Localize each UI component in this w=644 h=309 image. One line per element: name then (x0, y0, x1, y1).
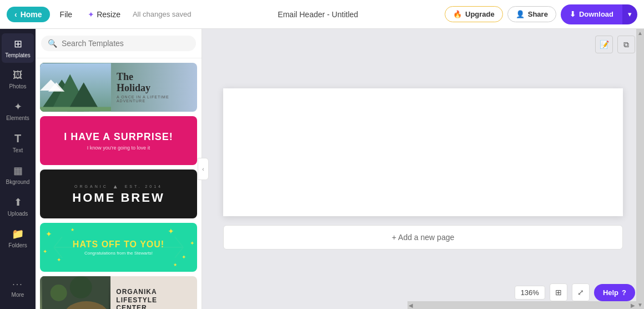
template-card-hatsoff[interactable]: ✦ ✦ ★ ✦ ✦ ✦ ★ ✦ (40, 223, 197, 272)
organika-text: ORGANIKALIFESTYLECENTER (110, 283, 163, 309)
file-menu[interactable]: File (54, 7, 78, 22)
holiday-image (40, 63, 111, 112)
holiday-text: TheHoliday A ONCE IN A LIFETIME ADVENTUR… (111, 67, 197, 107)
sidebar-item-uploads[interactable]: ⬆ Uploads (2, 192, 34, 221)
sidebar-label-photos: Photos (9, 83, 26, 89)
scrollbar-bottom[interactable]: ◀ ▶ (407, 301, 636, 309)
canvas-page (223, 88, 623, 216)
svg-line-16 (54, 237, 62, 247)
sidebar-label-more: More (12, 292, 24, 298)
svg-text:✦: ✦ (190, 240, 194, 246)
organika-title: ORGANIKALIFESTYLECENTER (116, 288, 157, 309)
homebrew-top: ORGANIC ▲ EST. 2014 (74, 183, 163, 190)
add-page-button[interactable]: + Add a new page (223, 225, 623, 250)
download-icon: ⬇ (570, 10, 576, 18)
help-button[interactable]: Help ? (594, 284, 635, 301)
template-card-surprise[interactable]: I HAVE A SURPRISE! I know you're going t… (40, 116, 197, 165)
sidebar-item-photos[interactable]: 🖼 Photos (2, 65, 34, 94)
template-card-homebrew[interactable]: ORGANIC ▲ EST. 2014 HOME BREW (40, 170, 197, 218)
save-status: All changes saved (133, 10, 192, 18)
hatsoff-subtitle: Congratulations from the Stewarts! (84, 251, 153, 256)
svg-text:✦: ✦ (168, 227, 174, 236)
svg-line-17 (54, 247, 62, 258)
chevron-left-icon: ‹ (14, 10, 17, 19)
notes-tool-button[interactable]: 📝 (595, 36, 613, 53)
search-input[interactable] (62, 39, 189, 48)
zoom-level[interactable]: 136% (515, 286, 545, 300)
sidebar-item-templates[interactable]: ⊞ Templates (2, 33, 34, 63)
help-icon: ? (622, 288, 626, 297)
sidebar-item-folders[interactable]: 📁 Folders (2, 223, 34, 253)
template-panel: 🔍 (36, 29, 202, 309)
template-card-holiday[interactable]: TheHoliday A ONCE IN A LIFETIME ADVENTUR… (40, 63, 197, 112)
sidebar-label-background: Bkground (6, 179, 30, 185)
crown-icon: 🔥 (453, 10, 462, 18)
svg-text:★: ★ (173, 262, 177, 267)
svg-text:✦: ✦ (46, 230, 52, 238)
search-icon: 🔍 (48, 39, 57, 48)
scrollbar-right[interactable]: ▲ ▼ (636, 29, 644, 309)
template-card-organika[interactable]: ORGANIKALIFESTYLECENTER (40, 276, 197, 309)
resize-button[interactable]: ✦ Resize (82, 7, 126, 22)
svg-text:✦: ✦ (57, 257, 61, 263)
share-icon: 👤 (516, 10, 525, 18)
svg-line-19 (175, 237, 183, 247)
sidebar-item-elements[interactable]: ✦ Elements (2, 96, 34, 126)
canvas-area: 📝 ⧉ + Add a new page 136% ⊞ ⤢ Help ? (202, 29, 644, 309)
text-icon: T (14, 132, 21, 145)
download-group: ⬇ Download ▾ (561, 4, 637, 24)
folders-icon: 📁 (12, 228, 24, 240)
fullscreen-button[interactable]: ⤢ (572, 283, 590, 301)
search-input-wrap[interactable]: 🔍 (41, 36, 196, 51)
grid-icon: ⊞ (555, 288, 562, 297)
home-label: Home (21, 10, 42, 19)
sidebar-item-more[interactable]: ··· More (2, 275, 34, 302)
left-sidebar: ⊞ Templates 🖼 Photos ✦ Elements T Text ▦… (0, 29, 36, 309)
sidebar-item-text[interactable]: T Text (2, 128, 34, 158)
duplicate-tool-button[interactable]: ⧉ (617, 36, 635, 53)
holiday-subtitle: A ONCE IN A LIFETIME ADVENTURE (117, 95, 192, 103)
surprise-subtitle: I know you're going to love it (87, 145, 150, 151)
uploads-icon: ⬆ (14, 196, 22, 208)
canvas-bottom-controls: 136% ⊞ ⤢ Help ? (515, 283, 635, 301)
template-panel-wrap: 🔍 (36, 29, 202, 309)
templates-grid: TheHoliday A ONCE IN A LIFETIME ADVENTUR… (36, 58, 202, 309)
share-button[interactable]: 👤 Share (507, 6, 556, 22)
sidebar-item-background[interactable]: ▦ Bkground (2, 160, 34, 190)
photos-icon: 🖼 (13, 69, 23, 81)
document-title: Email Header - Untitled (195, 10, 440, 19)
svg-rect-6 (40, 107, 111, 111)
svg-text:★: ★ (71, 227, 74, 232)
main-layout: ⊞ Templates 🖼 Photos ✦ Elements T Text ▦… (0, 29, 644, 309)
svg-point-24 (70, 276, 92, 298)
background-icon: ▦ (13, 165, 23, 177)
collapse-icon: ‹ (202, 166, 204, 172)
notes-icon: 📝 (600, 40, 609, 49)
resize-icon: ✦ (88, 10, 94, 19)
svg-text:✦: ✦ (43, 248, 47, 255)
upgrade-button[interactable]: 🔥 Upgrade (445, 6, 503, 22)
sidebar-label-elements: Elements (6, 115, 29, 121)
sidebar-label-templates: Templates (5, 52, 31, 58)
fullscreen-icon: ⤢ (577, 288, 584, 297)
elements-icon: ✦ (14, 101, 22, 113)
grid-view-button[interactable]: ⊞ (550, 283, 567, 301)
homebrew-mountain-icon: ▲ (113, 183, 120, 190)
more-icon: ··· (12, 280, 23, 290)
homebrew-title: HOME BREW (72, 191, 164, 205)
panel-collapse-button[interactable]: ‹ (198, 158, 209, 180)
hatsoff-title: HATS OFF TO YOU! (73, 240, 164, 250)
svg-point-23 (51, 285, 67, 301)
home-button[interactable]: ‹ Home (7, 7, 50, 22)
download-button[interactable]: ⬇ Download (561, 4, 622, 24)
holiday-title: TheHoliday (117, 72, 192, 94)
sidebar-label-folders: Folders (8, 242, 27, 248)
templates-icon: ⊞ (14, 38, 22, 50)
canvas-toolbar: 📝 ⧉ (595, 36, 635, 53)
chevron-down-icon: ▾ (628, 10, 632, 18)
sidebar-label-uploads: Uploads (8, 211, 28, 217)
top-nav: ‹ Home File ✦ Resize All changes saved E… (0, 0, 644, 29)
nav-right-actions: 🔥 Upgrade 👤 Share ⬇ Download ▾ (445, 4, 637, 24)
duplicate-icon: ⧉ (623, 40, 629, 49)
download-chevron-button[interactable]: ▾ (622, 4, 637, 24)
